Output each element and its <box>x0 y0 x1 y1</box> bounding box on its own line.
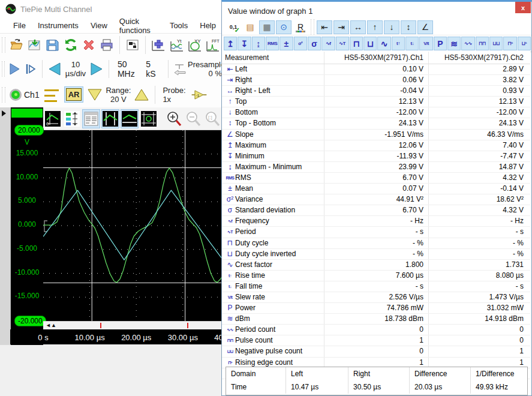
menu-file[interactable]: File <box>7 19 32 32</box>
trigger-level-marker[interactable] <box>44 221 47 232</box>
zoom-reset-button[interactable]: [:] <box>203 109 221 128</box>
measurement-row-rise-time[interactable]: t↑Rise time7.600 µs8.080 µs <box>222 271 530 281</box>
power-button[interactable]: P <box>434 37 447 50</box>
ruler-cursor-mark[interactable] <box>100 323 101 328</box>
rise-time-button[interactable]: t↑ <box>392 37 405 50</box>
menu-help[interactable]: Help <box>194 19 222 32</box>
duty-cycle-button[interactable]: ⊓ <box>350 37 363 50</box>
measurement-row-period-count[interactable]: ∿∿Period count00 <box>222 325 530 335</box>
print-button[interactable] <box>98 36 115 54</box>
zoom-region-button[interactable] <box>140 109 158 128</box>
measurement-row-mean[interactable]: ±Mean0.07 V-0.14 V <box>222 184 530 194</box>
slew-rate-button[interactable]: V/t <box>419 37 432 50</box>
oscilloscope-plot[interactable] <box>43 130 222 321</box>
stddev-button[interactable]: σ <box>308 37 321 50</box>
measurement-row-variance[interactable]: σ²Variance44.91 V²18.62 V² <box>222 194 530 205</box>
menu-tools[interactable]: Tools <box>164 19 194 32</box>
save-button[interactable] <box>44 36 61 54</box>
dialog-close-button[interactable]: x <box>515 2 531 13</box>
range-increase-button[interactable] <box>133 86 151 104</box>
zoom-in-button[interactable] <box>165 109 183 128</box>
measurement-row-maximum-minimum[interactable]: ↨Maximum - Minimum23.99 V14.87 V <box>222 162 530 173</box>
vertical-cursors-button[interactable] <box>101 109 119 128</box>
variance-button[interactable]: σ² <box>294 37 307 50</box>
measurement-row-right-left[interactable]: ↔Right - Left-0.04 V0.93 V <box>222 86 530 97</box>
period-button[interactable]: ∿T <box>336 37 349 50</box>
save-measurement-button[interactable] <box>26 36 43 54</box>
delete-button[interactable] <box>80 36 97 54</box>
pin-window-button[interactable]: ⊙ <box>276 20 291 34</box>
measurement-row-duty-cycle[interactable]: ⊓Duty cycle- %- % <box>222 238 530 249</box>
top-button[interactable]: ↑ <box>367 20 383 34</box>
splitter-arrow-icon[interactable] <box>2 110 6 116</box>
ruler-cursor-mark[interactable] <box>187 323 188 328</box>
rms-button[interactable]: RMS <box>266 37 279 50</box>
probe-gain-button[interactable]: -1 <box>190 86 208 104</box>
negative-pulse-count-button[interactable]: ⊔⊔ <box>489 37 503 50</box>
value-table-button[interactable] <box>82 109 100 128</box>
measurement-row-bottom[interactable]: ↓Bottom-12.00 V-12.00 V <box>222 107 530 118</box>
max-min-button[interactable]: ↨ <box>252 37 265 50</box>
measurement-row-standard-deviation[interactable]: σStandard deviation6.70 V4.32 V <box>222 205 530 216</box>
frequency-button[interactable]: ∿f <box>321 37 335 50</box>
measurement-row-slope[interactable]: ∠Slope-1.951 V/ms46.33 V/ms <box>222 130 530 140</box>
measurement-row-minimum[interactable]: ↧Minimum-11.93 V-7.47 V <box>222 151 530 162</box>
measurement-row-right[interactable]: ⇥Right0.06 V3.82 V <box>222 75 530 86</box>
channel-offsets-button[interactable] <box>63 109 81 128</box>
menu-instruments[interactable]: Instruments <box>32 19 85 32</box>
measurement-row-rms[interactable]: RMSRMS6.70 V4.32 V <box>222 173 530 184</box>
maximum-button[interactable]: ↥ <box>224 37 237 50</box>
period-count-button[interactable]: ∿∿ <box>461 37 474 50</box>
add-graph-button[interactable] <box>150 36 167 54</box>
measurement-row-top-bottom[interactable]: ↕Top - Bottom24.13 V24.13 V <box>222 118 530 129</box>
graph-splitter[interactable] <box>0 107 11 345</box>
mean-button[interactable]: ± <box>279 37 293 50</box>
auto-range-button[interactable]: AR <box>64 86 84 103</box>
right-button[interactable]: ⇥ <box>333 20 349 34</box>
channel-led[interactable] <box>10 89 22 101</box>
range-decrease-button[interactable] <box>86 86 104 104</box>
measurement-row-crest-factor[interactable]: ∿Crest factor1.8001.731 <box>222 260 530 271</box>
measurement-row-fall-time[interactable]: t↓Fall time- s- s <box>222 281 530 292</box>
resistance-button[interactable]: R <box>293 20 308 34</box>
rising-edge-count-button[interactable]: ⊓ⁿ <box>503 37 516 50</box>
measurement-row-left[interactable]: ⇤Left0.10 V2.89 V <box>222 64 530 75</box>
right-left-button[interactable]: ↔ <box>350 20 366 34</box>
measurement-row-power[interactable]: PPower74.786 mW31.032 mW <box>222 303 530 314</box>
ruler-arrows-icon[interactable]: ◄▲ <box>46 322 56 328</box>
one-shot-button[interactable] <box>23 60 38 78</box>
channel-lines-icon[interactable] <box>44 87 59 102</box>
trigger-button[interactable] <box>173 60 187 78</box>
yt-graph-button[interactable]: Yt <box>168 36 185 54</box>
slope-button[interactable]: ∠ <box>417 20 433 34</box>
xy-graph-button[interactable]: XY <box>187 36 203 54</box>
fall-time-button[interactable]: t↓ <box>405 37 419 50</box>
crest-factor-button[interactable]: ∿ <box>377 37 390 50</box>
zoom-out-button[interactable] <box>184 109 202 128</box>
timebase-decrease-button[interactable] <box>47 60 62 78</box>
start-button[interactable] <box>7 60 22 78</box>
open-file-button[interactable] <box>8 36 25 54</box>
pulse-count-button[interactable]: ⊓⊓ <box>476 37 489 50</box>
minimum-button[interactable]: ↧ <box>238 37 251 50</box>
panel-layout-button[interactable] <box>124 36 141 54</box>
measurement-row-duty-cycle-inverted[interactable]: ⊔Duty cycle inverted- %- % <box>222 249 530 260</box>
fft-graph-button[interactable]: FFT <box>205 36 221 54</box>
domain-row-time[interactable]: Time10.47 µs30.50 µs20.03 µs49.93 kHz <box>226 380 527 394</box>
measurement-row-maximum[interactable]: ↥Maximum12.06 V7.40 V <box>222 140 530 151</box>
decimal-count-button[interactable]: 0,1✓ <box>226 20 241 34</box>
measurement-row-negative-pulse-count[interactable]: ⊔⊔Negative pulse count01 <box>222 346 530 357</box>
measurement-row-slew-rate[interactable]: V/tSlew rate2.526 V/µs1.473 V/µs <box>222 292 530 303</box>
horizontal-cursors-button[interactable] <box>121 109 139 128</box>
left-button[interactable]: ⇤ <box>317 20 332 34</box>
measurement-row-period[interactable]: ∿TPeriod- s- s <box>222 227 530 238</box>
dbm-button[interactable]: ≋ <box>447 37 461 50</box>
refresh-button[interactable] <box>62 36 79 54</box>
falling-edge-count-button[interactable]: ⊔ⁿ <box>518 37 531 50</box>
duty-cycle-inverted-button[interactable]: ⊔ <box>363 37 377 50</box>
measurement-row-pulse-count[interactable]: ⊓⊓Pulse count10 <box>222 335 530 346</box>
measurement-row-frequency[interactable]: ∿fFrequency- Hz- Hz <box>222 216 530 227</box>
copy-clipboard-button[interactable]: ▤ <box>242 20 258 34</box>
axes-origin-button[interactable]: 0 <box>44 109 62 128</box>
menu-view[interactable]: View <box>85 19 113 32</box>
